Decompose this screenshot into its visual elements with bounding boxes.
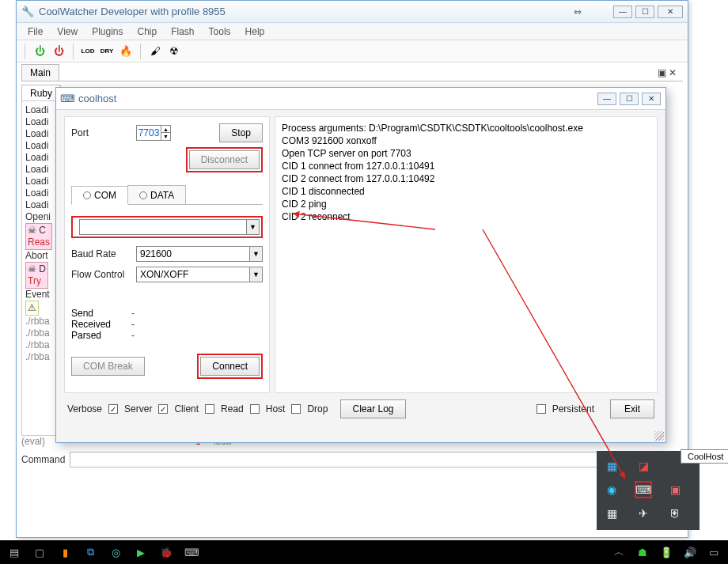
power-on-icon[interactable]: ⏻ [32, 44, 47, 59]
com-break-button[interactable]: COM Break [71, 357, 145, 376]
verbose-label: Verbose [67, 403, 102, 414]
radio-icon [83, 191, 91, 199]
tray-send-icon[interactable]: ✈ [635, 505, 652, 522]
toolbar: ⏻ ⏻ LOD DRY 🔥 🖌 ☢ [17, 40, 688, 62]
chevron-down-icon[interactable]: ▼ [249, 247, 262, 261]
tray-grid-icon[interactable]: ▦ [603, 505, 620, 522]
flow-label: Flow Control [71, 269, 131, 280]
persistent-checkbox[interactable] [537, 404, 546, 414]
read-checkbox[interactable] [205, 404, 214, 414]
chevron-down-icon[interactable]: ▼ [249, 267, 262, 282]
power-off-icon[interactable]: ⏻ [51, 44, 66, 59]
taskbar: ▤ ▢ ▮ ⧉ ◎ ▶ 🐞 ⌨ ︿ ☗ 🔋 🔊 ▭ [0, 540, 728, 564]
spin-down-icon[interactable]: ▼ [161, 133, 170, 140]
eval-label: (eval) [21, 436, 45, 447]
tab-close-icon[interactable]: ▣ ✕ [651, 67, 683, 78]
parsed-label: Parsed [71, 330, 131, 341]
menu-view[interactable]: View [51, 25, 84, 39]
error-badge-2: ☠ DTry [25, 262, 48, 289]
tab-com[interactable]: COM [71, 186, 128, 205]
brush-icon[interactable]: 🖌 [147, 44, 163, 59]
client-checkbox[interactable] [158, 404, 168, 414]
tab-data[interactable]: DATA [127, 185, 186, 204]
tray-app-icon[interactable]: ▣ [666, 481, 684, 498]
received-label: Received [71, 319, 131, 330]
disconnect-button[interactable]: Disconnect [189, 150, 260, 169]
server-checkbox[interactable] [108, 404, 118, 414]
tray-tooltip: CoolHost [681, 449, 728, 464]
menu-tools[interactable]: Tools [203, 25, 237, 39]
chevron-down-icon[interactable]: ▼ [246, 220, 259, 234]
maximize-button[interactable]: ☐ [635, 6, 654, 18]
radio-icon [139, 191, 147, 199]
drop-checkbox[interactable] [291, 404, 301, 414]
chevron-up-icon[interactable]: ︿ [611, 544, 627, 560]
tray-app-icon[interactable]: ▦ [603, 457, 620, 475]
bottom-bar: Verbose Server Client Read Host Drop Cle… [64, 393, 658, 418]
resize-grip-icon[interactable] [654, 431, 664, 441]
radiation-icon[interactable]: ☢ [166, 44, 182, 59]
lod-icon[interactable]: LOD [80, 44, 96, 59]
exit-button[interactable]: Exit [610, 399, 654, 418]
host-checkbox[interactable] [250, 404, 260, 414]
menu-plugins[interactable]: Plugins [85, 25, 129, 39]
flow-select[interactable]: XON/XOFF▼ [136, 267, 263, 282]
clear-log-button[interactable]: Clear Log [340, 399, 405, 418]
dlg-minimize-button[interactable]: — [597, 93, 616, 105]
port-input[interactable] [137, 126, 161, 140]
restore-glyph: ⇔ [574, 6, 582, 17]
main-titlebar: 🔧 CoolWatcher Developer with profile 895… [17, 1, 688, 23]
start-icon[interactable]: ▤ [6, 544, 22, 560]
menu-help[interactable]: Help [239, 25, 271, 39]
log-output[interactable]: Process arguments: D:\Program\CSDTK\CSDT… [275, 116, 658, 393]
app-icon[interactable]: ⌨ [184, 544, 199, 560]
settings-panel: Port ▲▼ Stop Disconnect COM DATA [64, 116, 270, 393]
notifications-icon[interactable]: ▭ [706, 544, 722, 560]
send-label: Send [71, 308, 131, 319]
app-icon: 🔧 [21, 6, 34, 18]
baud-select[interactable]: 921600▼ [136, 246, 263, 262]
menubar: File View Plugins Chip Flash Tools Help [17, 23, 688, 40]
dlg-maximize-button[interactable]: ☐ [620, 93, 639, 105]
coolhost-dialog: ⌨ coolhost — ☐ ✕ Port ▲▼ Stop Disco [55, 87, 666, 443]
tray-shield-icon[interactable]: ⛨ [666, 505, 684, 522]
close-button[interactable]: ✕ [658, 6, 683, 18]
command-input[interactable] [70, 452, 683, 467]
battery-icon[interactable]: 🔋 [658, 544, 674, 560]
terminal-icon[interactable]: ▶ [133, 544, 149, 560]
port-label: Port [71, 127, 131, 138]
dlg-close-button[interactable]: ✕ [642, 93, 661, 105]
menu-chip[interactable]: Chip [131, 25, 164, 39]
warn-badge: ⚠ [25, 301, 39, 316]
wechat-icon[interactable]: ☗ [635, 544, 650, 560]
tray-app-icon[interactable]: ◉ [603, 481, 620, 498]
flame-icon[interactable]: 🔥 [118, 44, 134, 59]
volume-icon[interactable]: 🔊 [682, 544, 698, 560]
com-port-select[interactable]: ▼ [79, 219, 260, 235]
command-label: Command [21, 454, 65, 465]
menu-file[interactable]: File [21, 25, 49, 39]
app-icon[interactable]: ▮ [57, 544, 73, 560]
tab-main[interactable]: Main [21, 64, 59, 81]
vscode-icon[interactable]: ⧉ [82, 544, 98, 560]
main-title: CoolWatcher Developer with profile 8955 [39, 6, 574, 17]
app-icon[interactable]: 🐞 [158, 544, 174, 560]
menu-flash[interactable]: Flash [165, 25, 200, 39]
browser-icon[interactable]: ◎ [108, 544, 123, 560]
taskview-icon[interactable]: ▢ [32, 544, 47, 560]
connect-button[interactable]: Connect [200, 357, 260, 376]
minimize-button[interactable]: — [613, 6, 632, 18]
error-badge: ☠ CReas [25, 223, 52, 250]
coolhost-icon: ⌨ [61, 93, 74, 105]
tray-coolhost-icon[interactable]: ⌨ [635, 481, 652, 498]
port-spinner[interactable]: ▲▼ [136, 125, 171, 141]
tray-app-icon[interactable]: ◪ [635, 457, 652, 475]
spin-up-icon[interactable]: ▲ [161, 126, 170, 133]
dry-icon[interactable]: DRY [99, 44, 115, 59]
baud-label: Baud Rate [71, 248, 131, 259]
stop-button[interactable]: Stop [219, 123, 263, 142]
dialog-title: coolhost [78, 93, 597, 104]
system-tray: CoolHost ▦ ◪ ◉ ⌨ ▣ ▦ ✈ ⛨ [597, 451, 700, 530]
